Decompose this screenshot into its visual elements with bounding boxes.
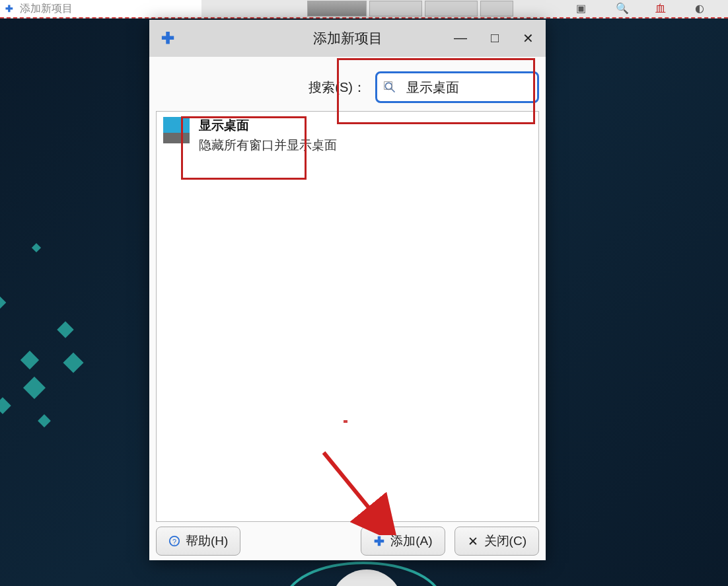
taskbar-center [201,1,576,17]
svg-point-0 [385,83,392,89]
system-tray: ▣ 🔍 血 ◐ [576,2,728,15]
annotation-dot [344,420,347,423]
svg-rect-3 [163,117,190,133]
svg-rect-4 [163,133,190,143]
add-button[interactable]: ✚ 添加(A) [361,527,445,556]
taskbar: ✚ 添加新项目 ▣ 🔍 血 ◐ [0,0,728,18]
search-label: 搜索(S)： [309,79,366,96]
item-title: 显示桌面 [199,117,337,134]
tray-icon[interactable]: ◐ [695,2,708,15]
show-desktop-icon [163,117,190,143]
workspace-tile[interactable] [480,1,513,17]
close-button-label: 关闭(C) [484,532,527,550]
search-icon [383,81,396,94]
results-list[interactable]: 显示桌面 隐藏所有窗口并显示桌面 [156,111,539,522]
workspace-tile[interactable] [425,1,478,17]
item-description: 隐藏所有窗口并显示桌面 [199,137,337,154]
plus-icon: ✚ [161,29,174,48]
add-item-dialog: ✚ 添加新项目 — □ ✕ 搜索(S)： 显示桌面 隐藏所有窗口 [149,20,546,560]
add-button-label: 添加(A) [390,532,432,550]
help-icon: ? [168,535,180,547]
maximize-button[interactable]: □ [491,30,499,46]
help-button-label: 帮助(H) [186,532,228,550]
minimize-button[interactable]: — [454,30,467,46]
taskbar-window-title: 添加新项目 [20,2,73,16]
help-button[interactable]: ? 帮助(H) [156,527,240,556]
dialog-button-row: ? 帮助(H) ✚ 添加(A) ✕ 关闭(C) [149,522,546,560]
workspace-tile[interactable] [307,1,367,17]
list-item[interactable]: 显示桌面 隐藏所有窗口并显示桌面 [157,112,538,159]
close-button[interactable]: ✕ 关闭(C) [455,527,539,556]
plus-icon: ✚ [5,3,13,14]
plus-icon: ✚ [373,535,385,547]
search-row: 搜索(S)： [149,57,546,111]
tray-icon[interactable]: 血 [655,2,669,15]
close-window-button[interactable]: ✕ [523,30,534,46]
dialog-titlebar[interactable]: ✚ 添加新项目 — □ ✕ [149,20,546,57]
search-input[interactable] [375,71,539,103]
workspace-tile[interactable] [369,1,422,17]
tray-icon[interactable]: ▣ [576,2,589,15]
taskbar-window-button[interactable]: ✚ 添加新项目 [0,0,201,17]
tray-search-icon[interactable]: 🔍 [616,2,629,15]
svg-text:?: ? [172,538,176,546]
close-icon: ✕ [467,535,479,547]
